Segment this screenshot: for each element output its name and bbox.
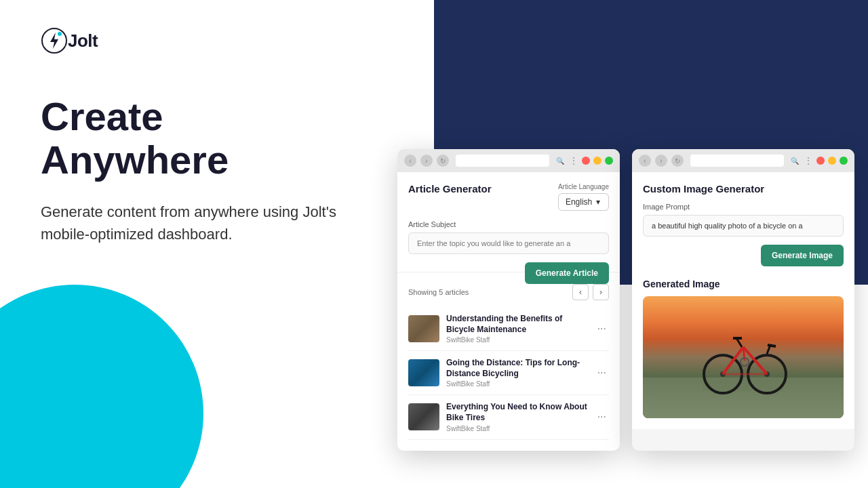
generated-image-section: Generated Image	[643, 274, 844, 418]
articles-count: Showing 5 articles	[408, 288, 469, 296]
article-thumbnail-0	[408, 315, 439, 342]
article-thumbnail-1	[408, 359, 439, 386]
browser-url-bar	[456, 155, 549, 167]
browser-forward-btn[interactable]: ›	[420, 155, 433, 167]
page-subheadline: Generate content from anywhere using Jol…	[41, 201, 339, 245]
article-info-0: Understanding the Benefits of Bicycle Ma…	[446, 314, 588, 344]
article-menu-icon-2[interactable]: ···	[595, 409, 609, 424]
language-select[interactable]: English ▾	[558, 193, 609, 211]
language-label: Article Language	[558, 183, 609, 190]
article-author-1: SwiftBike Staff	[446, 380, 588, 388]
generated-image-placeholder	[643, 296, 844, 418]
tl-yellow	[593, 157, 601, 165]
article-subject-label: Article Subject	[408, 220, 609, 228]
article-generator-mockup: ‹ › ↻ 🔍 ⋮ Article Generator Article Lang…	[397, 149, 620, 451]
browser-forward-btn-r[interactable]: ›	[655, 155, 667, 167]
article-list: Understanding the Benefits of Bicycle Ma…	[408, 307, 609, 440]
browser-url-bar-r	[690, 155, 784, 167]
articles-nav: ‹ ›	[572, 284, 609, 300]
article-generator-title: Article Generator	[408, 183, 492, 195]
tl-red	[582, 157, 590, 165]
table-row: Going the Distance: Tips for Long-Distan…	[408, 351, 609, 395]
article-subject-input[interactable]	[408, 232, 609, 254]
article-title-0: Understanding the Benefits of Bicycle Ma…	[446, 314, 588, 335]
image-generator-mockup: ‹ › ↻ 🔍 ⋮ Custom Image Generator Image P…	[632, 149, 854, 451]
browser-refresh-btn-r[interactable]: ↻	[671, 155, 684, 167]
browser-search-icon-r: 🔍	[791, 157, 799, 165]
image-generator-panel: Custom Image Generator Image Prompt Gene…	[632, 172, 854, 429]
article-thumbnail-2	[408, 403, 439, 430]
image-prompt-label: Image Prompt	[643, 203, 844, 211]
table-row: Everything You Need to Know About Bike T…	[408, 395, 609, 439]
bicycle-image	[643, 296, 844, 418]
mockups-container: ‹ › ↻ 🔍 ⋮ Article Generator Article Lang…	[397, 149, 854, 451]
logo-text: Jolt	[68, 30, 98, 52]
svg-line-14	[768, 345, 776, 346]
page-headline: Create Anywhere	[41, 95, 339, 182]
article-title-2: Everything You Need to Know About Bike T…	[446, 402, 588, 423]
articles-header: Showing 5 articles ‹ ›	[408, 284, 609, 300]
table-row: Understanding the Benefits of Bicycle Ma…	[408, 307, 609, 351]
articles-next-btn[interactable]: ›	[593, 284, 609, 300]
article-author-0: SwiftBike Staff	[446, 336, 588, 344]
article-panel-header: Article Generator Article Language Engli…	[408, 183, 609, 211]
article-menu-icon-1[interactable]: ···	[595, 365, 609, 380]
generated-image-label: Generated Image	[643, 274, 844, 289]
browser-search-icon: 🔍	[556, 157, 564, 165]
browser-dots: ⋮	[570, 156, 578, 165]
image-generator-title: Custom Image Generator	[643, 183, 844, 195]
svg-line-8	[743, 347, 767, 374]
article-author-2: SwiftBike Staff	[446, 425, 588, 432]
tl-green	[605, 157, 613, 165]
left-content-area: Jolt Create Anywhere Generate content fr…	[0, 0, 380, 488]
article-info-1: Going the Distance: Tips for Long-Distan…	[446, 358, 588, 388]
image-prompt-input[interactable]	[643, 215, 844, 237]
bicycle-svg	[696, 317, 791, 398]
jolt-icon	[41, 27, 68, 54]
language-value: English	[566, 197, 592, 207]
tl-red-r	[816, 157, 825, 165]
language-selector-group: Article Language English ▾	[558, 183, 609, 211]
browser-dots-r: ⋮	[804, 156, 812, 165]
article-info-2: Everything You Need to Know About Bike T…	[446, 402, 588, 432]
tl-yellow-r	[828, 157, 836, 165]
browser-back-btn-r[interactable]: ‹	[639, 155, 651, 167]
svg-point-1	[58, 32, 62, 36]
browser-traffic-lights	[582, 157, 613, 165]
generate-article-button[interactable]: Generate Article	[525, 262, 609, 284]
browser-back-btn[interactable]: ‹	[404, 155, 416, 167]
logo: Jolt	[41, 27, 339, 54]
chevron-down-icon: ▾	[596, 197, 600, 207]
browser-refresh-btn[interactable]: ↻	[437, 155, 449, 167]
browser-bar-right: ‹ › ↻ 🔍 ⋮	[632, 149, 854, 172]
browser-traffic-lights-r	[816, 157, 848, 165]
tl-green-r	[840, 157, 848, 165]
articles-prev-btn[interactable]: ‹	[572, 284, 589, 300]
article-generator-panel: Article Generator Article Language Engli…	[397, 172, 620, 451]
browser-bar-left: ‹ › ↻ 🔍 ⋮	[397, 149, 620, 172]
generate-image-button[interactable]: Generate Image	[761, 245, 844, 266]
article-menu-icon-0[interactable]: ···	[595, 321, 609, 336]
article-title-1: Going the Distance: Tips for Long-Distan…	[446, 358, 588, 379]
